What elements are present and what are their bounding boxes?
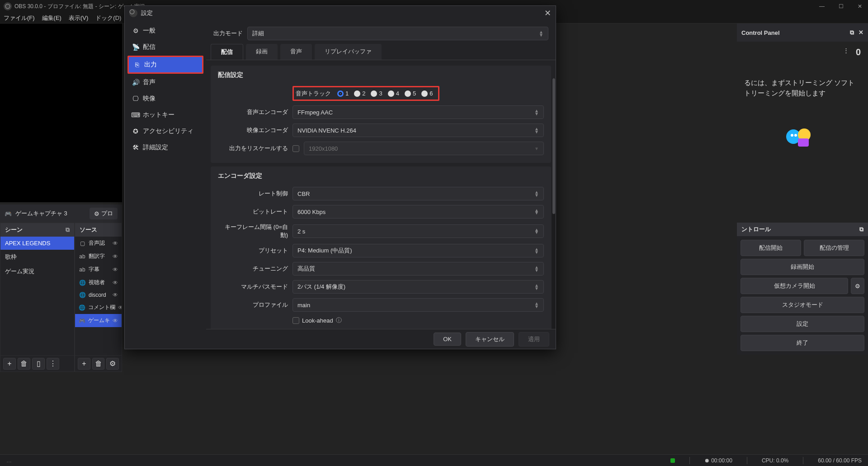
manage-stream-button[interactable]: 配信の管理: [804, 240, 864, 256]
menu-edit[interactable]: 編集(E): [42, 14, 61, 22]
scene-item[interactable]: 歌枠: [0, 250, 74, 264]
tab-replay[interactable]: リプレイバッファ: [315, 44, 382, 60]
add-source-button[interactable]: +: [78, 358, 90, 370]
audio-encoder-select[interactable]: FFmpeg AAC▲▼: [292, 105, 544, 119]
profile-button[interactable]: ⚙ プロ: [90, 208, 118, 219]
audio-track-radio-4[interactable]: 4: [388, 90, 399, 97]
audio-track-radio-5[interactable]: 5: [405, 90, 416, 97]
menu-dock[interactable]: ドック(D): [95, 14, 121, 22]
start-stream-button[interactable]: 配信開始: [741, 240, 801, 256]
sidebar-item-output[interactable]: ⎘出力: [127, 56, 203, 74]
bitrate-input[interactable]: 6000 Kbps▲▼: [292, 205, 544, 219]
audio-track-radio-3[interactable]: 3: [371, 90, 382, 97]
visibility-icon[interactable]: 👁: [118, 304, 122, 311]
source-item[interactable]: 🌐コメント欄👁: [75, 301, 122, 314]
keyint-input[interactable]: 2 s▲▼: [292, 224, 544, 238]
sidebar-item-keyboard[interactable]: ⌨ホットキー: [127, 107, 203, 123]
obs-logo-icon: [4, 2, 12, 10]
dock-icon[interactable]: ⧉: [66, 226, 70, 233]
visibility-icon[interactable]: 👁: [113, 280, 118, 286]
rescale-checkbox[interactable]: [292, 145, 299, 152]
apply-button[interactable]: 適用: [519, 332, 549, 347]
menu-view[interactable]: 表示(V): [69, 14, 88, 22]
visibility-icon[interactable]: 👁: [113, 318, 118, 324]
scene-menu-button[interactable]: ⋮: [47, 358, 59, 370]
wrench-icon: 🛠: [132, 144, 139, 151]
mic-icon[interactable]: …: [6, 457, 12, 464]
source-item[interactable]: 🌐discord👁: [75, 289, 122, 301]
source-item[interactable]: 🌐視聴者👁: [75, 276, 122, 289]
svg-point-4: [791, 134, 793, 137]
visibility-icon[interactable]: 👁: [113, 292, 118, 298]
rescale-value-select[interactable]: 1920x1080▼: [304, 142, 544, 155]
ok-button[interactable]: OK: [434, 333, 461, 346]
add-scene-button[interactable]: +: [3, 358, 16, 370]
lookahead-checkbox[interactable]: [292, 317, 299, 324]
audio-track-radio-2[interactable]: 2: [354, 90, 365, 97]
encoder-settings-group: エンコーダ設定 レート制御CBR▲▼ ビットレート6000 Kbps▲▼ キーフ…: [211, 166, 551, 329]
source-item[interactable]: ab翻訳字👁: [75, 250, 122, 263]
output-mode-label: 出力モード: [213, 29, 243, 38]
dock-icon[interactable]: ⧉: [850, 29, 854, 36]
tab-stream[interactable]: 配信: [211, 44, 243, 60]
cancel-button[interactable]: キャンセル: [466, 332, 514, 347]
chevron-updown-icon: ▲▼: [534, 109, 539, 115]
maximize-icon[interactable]: ☐: [836, 3, 845, 10]
scene-item[interactable]: ゲーム実況: [0, 264, 74, 279]
sidebar-item-wrench[interactable]: 🛠詳細設定: [127, 140, 203, 155]
minimize-icon[interactable]: —: [817, 3, 826, 10]
tab-record[interactable]: 録画: [246, 44, 278, 60]
audio-track-radio-1[interactable]: 1: [337, 90, 349, 97]
delete-source-button[interactable]: 🗑: [92, 358, 105, 370]
scene-item[interactable]: APEX LEGENDS: [0, 237, 74, 250]
preview-area[interactable]: [0, 24, 122, 202]
output-mode-select[interactable]: 詳細 ▲▼: [247, 27, 548, 40]
sidebar-item-antenna[interactable]: 📡配信: [127, 39, 203, 55]
start-record-button[interactable]: 録画開始: [741, 259, 864, 275]
tuning-select[interactable]: 高品質▲▼: [292, 262, 544, 276]
video-encoder-select[interactable]: NVIDIA NVENC H.264▲▼: [292, 124, 544, 137]
sources-panel: ソース ▢音声認👁ab翻訳字👁ab字幕👁🌐視聴者👁🌐discord👁🌐コメント欄…: [75, 223, 122, 372]
ab-icon: ab: [79, 266, 86, 273]
scene-filter-button[interactable]: ▯: [32, 358, 45, 370]
sidebar-item-a11y[interactable]: ✪アクセシビリティ: [127, 124, 203, 139]
sidebar-item-speaker[interactable]: 🔊音声: [127, 75, 203, 90]
audio-track-radio-6[interactable]: 6: [421, 90, 433, 97]
visibility-icon[interactable]: 👁: [113, 253, 118, 260]
kebab-icon[interactable]: ⋮: [843, 47, 849, 54]
illustration-icon: [778, 119, 823, 155]
scrollbar[interactable]: [552, 78, 556, 329]
scroll-thumb[interactable]: [552, 78, 555, 214]
close-icon[interactable]: ✕: [859, 29, 863, 36]
visibility-icon[interactable]: 👁: [113, 240, 118, 247]
profile-select[interactable]: main▲▼: [292, 298, 544, 312]
help-icon[interactable]: ⓘ: [336, 316, 342, 324]
studio-mode-button[interactable]: スタジオモード: [741, 297, 864, 313]
chevron-updown-icon: ▲▼: [539, 30, 543, 37]
source-item[interactable]: ▢音声認👁: [75, 237, 122, 250]
exit-button[interactable]: 終了: [741, 335, 864, 351]
dock-icon[interactable]: ⧉: [859, 226, 863, 233]
capture-label: ゲームキャプチャ 3: [15, 209, 67, 218]
preset-select[interactable]: P4: Medium (中品質)▲▼: [292, 244, 544, 257]
close-icon[interactable]: ✕: [544, 8, 551, 18]
tab-audio[interactable]: 音声: [280, 44, 312, 60]
visibility-icon[interactable]: 👁: [113, 266, 118, 273]
menu-file[interactable]: ファイル(F): [4, 14, 35, 22]
vcam-gear-button[interactable]: ⚙: [851, 278, 864, 294]
source-props-button[interactable]: ⚙: [106, 358, 119, 370]
source-item[interactable]: ab字幕👁: [75, 263, 122, 276]
rate-control-select[interactable]: CBR▲▼: [292, 187, 544, 200]
dialog-title: 設定: [141, 9, 153, 17]
chevron-down-icon: ▼: [534, 147, 539, 150]
source-item[interactable]: 🎮ゲームキ👁: [75, 314, 122, 327]
delete-scene-button[interactable]: 🗑: [18, 358, 30, 370]
settings-button[interactable]: 設定: [741, 316, 864, 332]
settings-sidebar: ⚙一般📡配信⎘出力🔊音声🖵映像⌨ホットキー✪アクセシビリティ🛠詳細設定: [125, 20, 206, 349]
vcam-button[interactable]: 仮想カメラ開始: [741, 278, 848, 294]
sidebar-item-gear[interactable]: ⚙一般: [127, 23, 203, 38]
close-icon[interactable]: ✕: [855, 3, 864, 10]
gear-icon: ⚙: [132, 27, 139, 34]
sidebar-item-monitor[interactable]: 🖵映像: [127, 91, 203, 106]
multipass-select[interactable]: 2パス (1/4 解像度)▲▼: [292, 280, 544, 294]
